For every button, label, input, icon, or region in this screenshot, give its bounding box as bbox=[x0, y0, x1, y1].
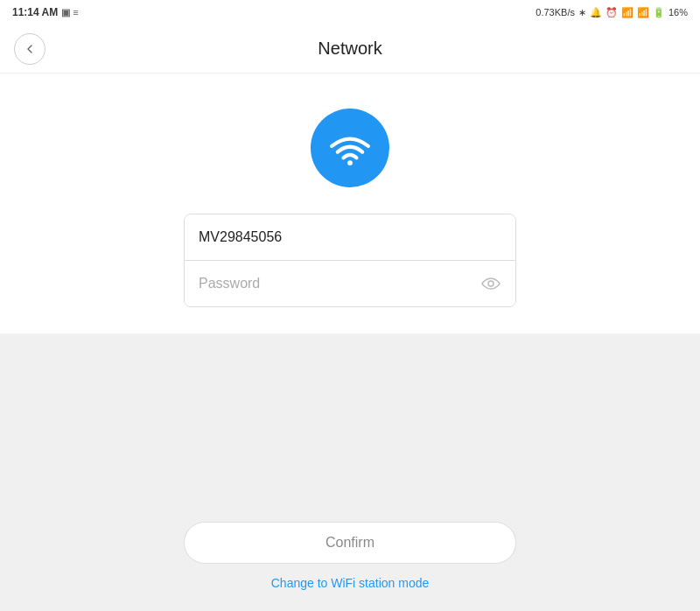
bottom-section: Confirm Change to WiFi station mode bbox=[0, 504, 700, 611]
notification-icon: 🔔 bbox=[590, 7, 602, 18]
time-display: 11:14 AM bbox=[12, 6, 58, 18]
status-icons-left: ▣ ≡ bbox=[61, 7, 78, 18]
header: Network bbox=[0, 25, 700, 74]
alarm-icon: ⏰ bbox=[606, 7, 618, 18]
status-right-icons: 0.73KB/s ∗ 🔔 ⏰ 📶 📶 🔋 16% bbox=[536, 7, 688, 18]
show-password-icon[interactable] bbox=[480, 273, 501, 294]
status-bar: 11:14 AM ▣ ≡ 0.73KB/s ∗ 🔔 ⏰ 📶 📶 🔋 16% bbox=[0, 0, 700, 25]
battery-percent: 16% bbox=[668, 7, 688, 18]
main-content: Confirm Change to WiFi station mode bbox=[0, 74, 700, 611]
status-time: 11:14 AM ▣ ≡ bbox=[12, 6, 79, 18]
bluetooth-icon: ∗ bbox=[578, 7, 586, 18]
change-mode-link[interactable]: Change to WiFi station mode bbox=[271, 576, 430, 590]
wifi-icon bbox=[328, 126, 372, 170]
wifi-status-icon: 📶 bbox=[637, 7, 649, 18]
content-card bbox=[0, 74, 700, 334]
wifi-icon-circle bbox=[311, 109, 389, 187]
page-title: Network bbox=[318, 39, 382, 59]
battery-icon: 🔋 bbox=[653, 7, 665, 18]
signal-icon: 📶 bbox=[621, 7, 634, 18]
svg-point-1 bbox=[488, 281, 494, 286]
password-row bbox=[185, 261, 515, 306]
inputs-container bbox=[184, 214, 516, 307]
password-input[interactable] bbox=[199, 276, 480, 291]
confirm-button[interactable]: Confirm bbox=[184, 522, 516, 564]
network-speed: 0.73KB/s bbox=[536, 7, 575, 18]
svg-point-0 bbox=[347, 160, 353, 165]
network-name-input[interactable] bbox=[185, 214, 515, 260]
back-button[interactable] bbox=[14, 33, 46, 65]
